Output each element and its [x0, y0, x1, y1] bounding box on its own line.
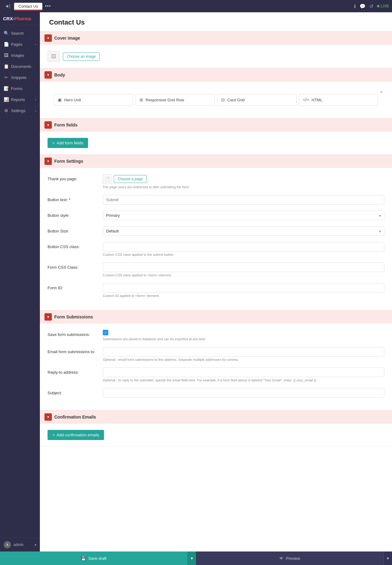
- active-tab[interactable]: Contact Us: [14, 3, 42, 10]
- sidebar-item-reports[interactable]: 📊 Reports ›: [0, 94, 40, 105]
- email-submissions-label: Email form submissions to:: [48, 347, 103, 354]
- button-text-input[interactable]: [103, 195, 384, 205]
- button-size-select[interactable]: Default Small Large: [103, 226, 384, 236]
- section-form-fields: ▾ Form fields + Add form fields: [40, 118, 392, 154]
- section-toggle-icon[interactable]: ▾: [44, 121, 52, 129]
- chevron-right-icon: ›: [35, 43, 36, 46]
- images-icon: 🖼: [4, 53, 9, 58]
- section-form-submissions-title: Form Submissions: [54, 314, 93, 319]
- sidebar-item-label: Reports: [11, 97, 25, 102]
- sidebar-item-settings[interactable]: ⚙ Settings ›: [0, 105, 40, 116]
- section-body: ▾ Body × ▣ Hero Unit ⊞ Responsive Grid R…: [40, 68, 392, 118]
- save-draft-arrow-button[interactable]: ▾: [187, 551, 196, 565]
- sidebar-item-images[interactable]: 🖼 Images: [0, 50, 40, 61]
- block-options: ▣ Hero Unit ⊞ Responsive Grid Row ⊟ Card…: [54, 94, 378, 106]
- page-title: Contact Us: [49, 18, 383, 26]
- block-option-html[interactable]: </> HTML: [299, 94, 379, 106]
- sidebar-nav: 🔍 Search 📄 Pages › 🖼 Images 📋 Documents …: [0, 25, 40, 538]
- bottombar: 💾 Save draft ▾ 👁 Preview ▾: [0, 551, 392, 565]
- section-confirmation-emails-header[interactable]: ▾ Confirmation Emails: [40, 410, 392, 424]
- section-cover-image-body: 🖼 Choose an image: [40, 45, 392, 68]
- button-style-select-wrapper: Primary Secondary Success Danger: [103, 211, 384, 220]
- block-option-card[interactable]: ⊟ Card Grid: [217, 94, 297, 106]
- sidebar-item-search[interactable]: 🔍 Search: [0, 28, 40, 39]
- sidebar-item-pages[interactable]: 📄 Pages ›: [0, 39, 40, 50]
- form-id-control: Custom ID applied to <form> element.: [103, 283, 384, 298]
- section-confirmation-emails-body: + Add confirmation emails: [40, 424, 392, 446]
- save-draft-button[interactable]: 💾 Save draft: [0, 551, 187, 565]
- email-submissions-input[interactable]: [103, 347, 384, 357]
- plus-icon: +: [52, 433, 55, 437]
- choose-page-button[interactable]: Choose a page: [114, 175, 147, 183]
- chat-icon[interactable]: 💬: [359, 3, 366, 9]
- section-form-submissions: ▾ Form Submissions Save form submissions…: [40, 310, 392, 410]
- section-toggle-icon[interactable]: ▾: [44, 413, 52, 421]
- form-id-input[interactable]: [103, 283, 384, 293]
- eye-icon: 👁: [279, 556, 283, 561]
- sidebar-item-snippets[interactable]: ✂ Snippets: [0, 72, 40, 83]
- block-label: Card Grid: [227, 98, 244, 102]
- section-toggle-icon[interactable]: ▾: [44, 313, 52, 321]
- block-picker-close-button[interactable]: ×: [380, 89, 383, 95]
- section-form-fields-title: Form fields: [54, 123, 77, 127]
- section-toggle-icon[interactable]: ▾: [44, 158, 52, 165]
- section-toggle-icon[interactable]: ▾: [44, 34, 52, 42]
- sidebar-bottom: A admin ▾: [0, 538, 40, 551]
- sidebar-item-label: Search: [11, 31, 24, 36]
- reply-to-control: Optional - to reply to the submitter, sp…: [103, 368, 384, 382]
- info-icon[interactable]: ℹ: [354, 3, 356, 9]
- section-form-settings-header[interactable]: ▾ Form Settings: [40, 154, 392, 168]
- bottom-left: 💾 Save draft ▾: [0, 551, 196, 565]
- page-file-icon: 📄: [103, 174, 111, 184]
- section-toggle-icon[interactable]: ▾: [44, 71, 52, 79]
- more-options-button[interactable]: •••: [45, 3, 51, 10]
- preview-button[interactable]: 👁 Preview: [196, 551, 383, 565]
- sidebar-item-label: Snippets: [11, 75, 27, 80]
- add-confirmation-emails-button[interactable]: + Add confirmation emails: [48, 430, 104, 440]
- admin-arrow: ▾: [35, 543, 36, 547]
- button-size-label: Button Size:: [48, 226, 103, 233]
- page-title-bar: Contact Us: [40, 12, 392, 31]
- block-option-grid[interactable]: ⊞ Responsive Grid Row: [136, 94, 215, 106]
- sidebar-item-label: Forms: [11, 86, 22, 91]
- reply-to-input[interactable]: [103, 368, 384, 377]
- form-row-thank-you: Thank you page: 📄 Choose a page The page…: [48, 174, 384, 189]
- form-css-hint: Custom CSS class applied to <form> eleme…: [103, 273, 384, 277]
- section-form-settings: ▾ Form Settings Thank you page: 📄 Choose…: [40, 154, 392, 310]
- form-css-label: Form CSS Class:: [48, 263, 103, 270]
- add-form-fields-label: Add form fields: [57, 141, 83, 145]
- thank-you-hint: The page users are redirected to after s…: [103, 185, 384, 189]
- form-row-button-size: Button Size: Default Small Large: [48, 226, 384, 236]
- back-button[interactable]: ◄|: [3, 2, 12, 10]
- section-cover-image-title: Cover image: [54, 36, 80, 41]
- button-size-control: Default Small Large: [103, 226, 384, 236]
- form-id-label: Form ID:: [48, 283, 103, 290]
- sidebar-item-label: Pages: [11, 42, 22, 47]
- button-css-input[interactable]: [103, 242, 384, 251]
- history-icon[interactable]: ↺: [369, 3, 373, 9]
- section-cover-image-header[interactable]: ▾ Cover image: [40, 31, 392, 45]
- form-css-input[interactable]: [103, 263, 384, 272]
- section-form-fields-header[interactable]: ▾ Form fields: [40, 118, 392, 132]
- sidebar-item-documents[interactable]: 📋 Documents: [0, 61, 40, 72]
- responsive-grid-icon: ⊞: [140, 97, 143, 102]
- choose-image-button[interactable]: Choose an image: [63, 53, 100, 60]
- subject-input[interactable]: [103, 388, 384, 398]
- sidebar-item-forms[interactable]: 📝 Forms: [0, 83, 40, 94]
- button-style-select[interactable]: Primary Secondary Success Danger: [103, 211, 384, 220]
- thank-you-row: 📄 Choose a page: [103, 174, 384, 184]
- section-form-settings-title: Form Settings: [54, 159, 83, 164]
- thank-you-label: Thank you page:: [48, 174, 103, 181]
- add-form-fields-button[interactable]: + Add form fields: [48, 138, 88, 148]
- button-size-select-wrapper: Default Small Large: [103, 226, 384, 236]
- form-id-hint: Custom ID applied to <form> element.: [103, 294, 384, 298]
- form-row-save-submissions: Save form submissions: ✓ Submissions are…: [48, 330, 384, 341]
- form-row-form-css: Form CSS Class: Custom CSS class applied…: [48, 263, 384, 277]
- section-body-header[interactable]: ▾ Body: [40, 68, 392, 82]
- preview-label: Preview: [286, 556, 300, 561]
- section-form-submissions-header[interactable]: ▾ Form Submissions: [40, 310, 392, 324]
- sidebar-item-label: Images: [11, 53, 24, 58]
- save-submissions-checkbox[interactable]: ✓: [103, 330, 108, 335]
- block-option-hero[interactable]: ▣ Hero Unit: [54, 94, 133, 106]
- preview-arrow-button[interactable]: ▾: [383, 551, 392, 565]
